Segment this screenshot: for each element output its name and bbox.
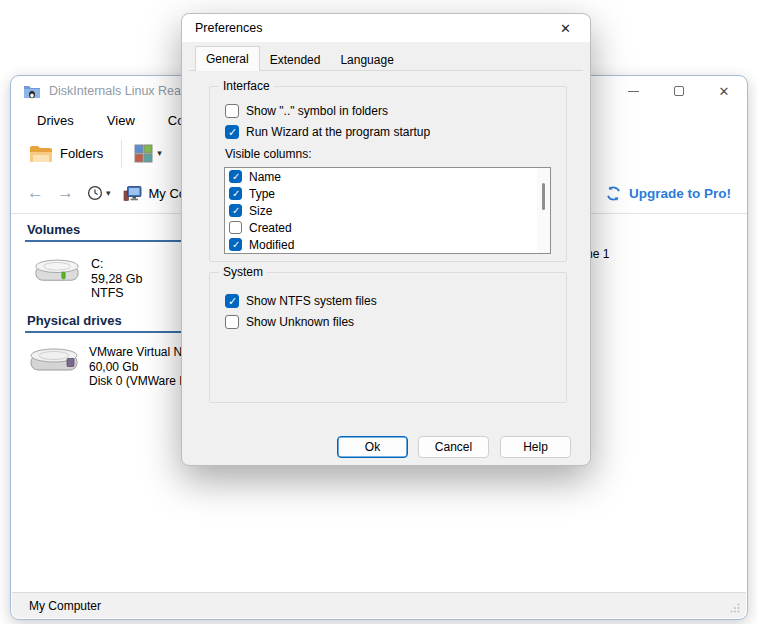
- interface-group-label: Interface: [219, 79, 274, 93]
- caret-down-icon: ▾: [157, 149, 162, 158]
- list-item-label: Modified: [249, 238, 294, 252]
- tab-extended[interactable]: Extended: [260, 50, 331, 71]
- volume-name: C:: [91, 257, 142, 272]
- preferences-dialog: Preferences ✕ General Extended Language …: [181, 13, 591, 466]
- system-group-label: System: [219, 265, 267, 279]
- checkbox[interactable]: [225, 104, 239, 118]
- folder-icon: [29, 144, 53, 164]
- visible-columns-label: Visible columns:: [225, 147, 311, 161]
- history-button[interactable]: ▾: [87, 185, 111, 201]
- checkbox-label: Show ".." symbol in folders: [246, 104, 388, 118]
- menu-item-view[interactable]: View: [98, 110, 144, 131]
- list-scrollbar[interactable]: [537, 168, 550, 253]
- list-item-label: Name: [249, 170, 281, 184]
- dialog-tabs: General Extended Language: [195, 49, 404, 71]
- tab-language[interactable]: Language: [330, 50, 403, 71]
- forward-button[interactable]: →: [57, 183, 87, 203]
- maximize-icon: [674, 86, 684, 96]
- help-button[interactable]: Help: [500, 436, 571, 458]
- volume-item-c[interactable]: C: 59,28 Gb NTFS: [33, 257, 142, 301]
- maximize-button[interactable]: [664, 76, 694, 106]
- status-bar: My Computer: [12, 592, 746, 618]
- tab-general[interactable]: General: [195, 46, 260, 71]
- minimize-button[interactable]: [618, 76, 648, 106]
- window-title: DiskInternals Linux Reader: [49, 84, 199, 98]
- list-item-name[interactable]: Name: [225, 168, 550, 185]
- cancel-button[interactable]: Cancel: [418, 436, 489, 458]
- hard-drive-icon: [33, 257, 81, 290]
- dialog-title: Preferences: [195, 21, 262, 35]
- back-button[interactable]: ←: [27, 183, 57, 203]
- status-text: My Computer: [29, 599, 101, 613]
- physical-drives-heading: Physical drives: [27, 313, 122, 328]
- physical-item-disk0[interactable]: VMware Virtual NVM 60,00 Gb Disk 0 (VMWa…: [29, 345, 206, 389]
- checkbox-ntfs-files[interactable]: Show NTFS system files: [225, 294, 377, 308]
- ok-button[interactable]: Ok: [337, 436, 408, 458]
- close-button[interactable]: ✕: [709, 76, 739, 106]
- physical-heading-rule: [25, 331, 187, 333]
- checkbox[interactable]: [225, 294, 239, 308]
- checkbox[interactable]: [229, 221, 242, 234]
- caret-down-icon: ▾: [106, 189, 111, 198]
- checkbox[interactable]: [229, 204, 242, 217]
- dialog-titlebar: Preferences ✕: [182, 14, 590, 42]
- checkbox-label: Run Wizard at the program startup: [246, 125, 430, 139]
- list-item-label: Size: [249, 204, 272, 218]
- checkbox[interactable]: [229, 187, 242, 200]
- folders-button[interactable]: Folders: [23, 141, 109, 167]
- physical-drive-icon: [29, 345, 79, 379]
- checkbox-run-wizard[interactable]: Run Wizard at the program startup: [225, 125, 430, 139]
- folders-button-label: Folders: [60, 146, 103, 161]
- views-grid-icon: [134, 144, 153, 163]
- my-computer-icon: [123, 185, 142, 202]
- dialog-close-button[interactable]: ✕: [554, 19, 577, 38]
- list-item-created[interactable]: Created: [225, 219, 550, 236]
- volume-size: 59,28 Gb: [91, 272, 142, 287]
- interface-groupbox: Interface Show ".." symbol in folders Ru…: [209, 86, 567, 262]
- system-groupbox: System Show NTFS system files Show Unkno…: [209, 272, 567, 403]
- upgrade-link-label: Upgrade to Pro!: [629, 186, 731, 201]
- upgrade-link[interactable]: Upgrade to Pro!: [605, 185, 731, 202]
- volumes-heading: Volumes: [27, 222, 80, 237]
- checkbox[interactable]: [225, 315, 239, 329]
- close-icon: ✕: [719, 84, 730, 99]
- refresh-icon: [605, 185, 622, 202]
- list-item-label: Type: [249, 187, 275, 201]
- checkbox-unknown-files[interactable]: Show Unknown files: [225, 315, 354, 329]
- resize-grip-icon[interactable]: [730, 603, 740, 613]
- volume-fs: NTFS: [91, 286, 142, 301]
- list-item-modified[interactable]: Modified: [225, 236, 550, 253]
- scrollbar-thumb[interactable]: [542, 183, 545, 210]
- checkbox[interactable]: [229, 170, 242, 183]
- checkbox[interactable]: [225, 125, 239, 139]
- views-button[interactable]: ▾: [134, 144, 162, 163]
- visible-columns-listbox[interactable]: Name Type Size Created Modified: [224, 167, 551, 254]
- minimize-icon: [628, 91, 639, 92]
- toolbar-separator: [121, 140, 122, 168]
- checkbox-show-dots[interactable]: Show ".." symbol in folders: [225, 104, 388, 118]
- checkbox-label: Show Unknown files: [246, 315, 354, 329]
- checkbox-label: Show NTFS system files: [246, 294, 377, 308]
- list-item-size[interactable]: Size: [225, 202, 550, 219]
- app-icon: [23, 83, 41, 99]
- list-item-label: Created: [249, 221, 292, 235]
- checkbox[interactable]: [229, 238, 242, 251]
- list-item-type[interactable]: Type: [225, 185, 550, 202]
- volumes-heading-rule: [25, 240, 187, 242]
- menu-item-drives[interactable]: Drives: [28, 110, 83, 131]
- history-clock-icon: [87, 185, 103, 201]
- volume-item-text: C: 59,28 Gb NTFS: [91, 257, 142, 301]
